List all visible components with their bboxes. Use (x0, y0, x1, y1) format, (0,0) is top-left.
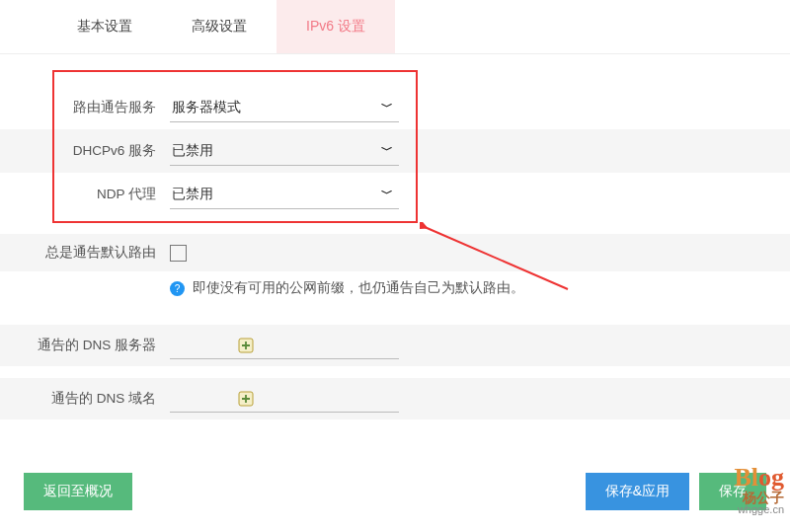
row-dns-server: 通告的 DNS 服务器 (0, 325, 790, 366)
chevron-down-icon: ﹀ (381, 186, 393, 202)
row-default-route: 总是通告默认路由 (0, 234, 790, 271)
select-dhcpv6[interactable]: 已禁用 ﹀ (170, 136, 399, 166)
save-button[interactable]: 保存 (699, 473, 766, 510)
tab-advanced[interactable]: 高级设置 (162, 0, 276, 53)
tabs-bar: 基本设置 高级设置 IPv6 设置 (0, 0, 790, 54)
label-ra-service: 路由通告服务 (0, 99, 170, 116)
checkbox-default-route[interactable] (170, 245, 187, 262)
help-text-default-route: 即使没有可用的公网前缀，也仍通告自己为默认路由。 (193, 280, 524, 295)
select-ra-service-value: 服务器模式 (172, 99, 241, 116)
button-bar: 返回至概况 保存&应用 保存 (0, 473, 790, 510)
label-dns-server: 通告的 DNS 服务器 (0, 337, 170, 354)
input-dns-domain[interactable] (170, 385, 399, 413)
chevron-down-icon: ﹀ (381, 99, 393, 115)
label-dns-domain: 通告的 DNS 域名 (0, 390, 170, 408)
select-ra-service[interactable]: 服务器模式 ﹀ (170, 93, 399, 122)
input-dns-server[interactable] (170, 332, 399, 359)
tab-basic[interactable]: 基本设置 (47, 0, 162, 53)
row-dns-domain: 通告的 DNS 域名 (0, 378, 790, 419)
form-area: 路由通告服务 服务器模式 ﹀ DHCPv6 服务 已禁用 ﹀ NDP 代理 已禁… (0, 54, 790, 419)
save-apply-button[interactable]: 保存&应用 (586, 473, 689, 510)
label-default-route: 总是通告默认路由 (0, 244, 170, 262)
help-icon: ? (170, 281, 185, 296)
back-button[interactable]: 返回至概况 (24, 473, 132, 510)
add-icon[interactable] (237, 337, 255, 354)
select-dhcpv6-value: 已禁用 (172, 142, 213, 160)
label-ndp: NDP 代理 (0, 186, 170, 203)
select-ndp[interactable]: 已禁用 ﹀ (170, 180, 399, 209)
row-ndp: NDP 代理 已禁用 ﹀ (0, 173, 790, 216)
select-ndp-value: 已禁用 (172, 186, 213, 203)
tab-ipv6[interactable]: IPv6 设置 (276, 0, 395, 53)
row-default-route-help: ? 即使没有可用的公网前缀，也仍通告自己为默认路由。 (0, 271, 790, 317)
row-dhcpv6: DHCPv6 服务 已禁用 ﹀ (0, 129, 790, 173)
label-dhcpv6: DHCPv6 服务 (0, 142, 170, 160)
add-icon[interactable] (237, 390, 255, 408)
row-ra-service: 路由通告服务 服务器模式 ﹀ (0, 86, 790, 129)
chevron-down-icon: ﹀ (381, 142, 393, 159)
